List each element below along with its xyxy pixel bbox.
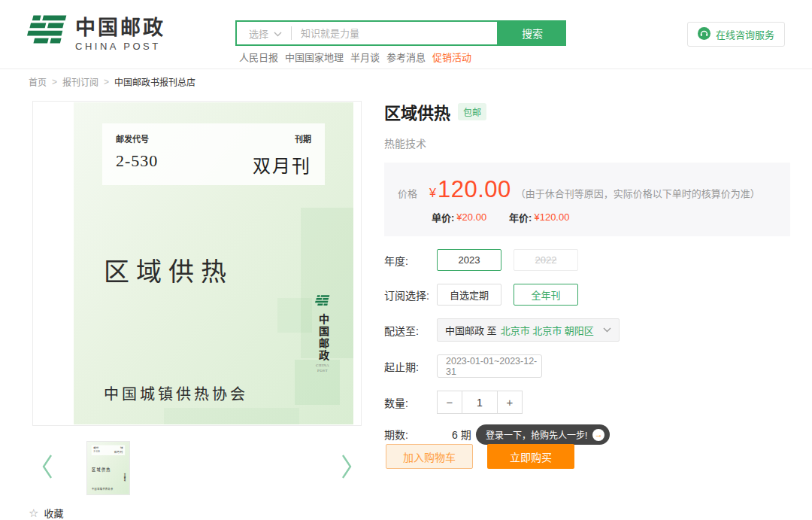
issue-value: 双月刊	[114, 450, 123, 455]
chevron-down-icon	[274, 28, 282, 39]
delivery-carrier: 中国邮政 至	[445, 323, 497, 337]
post-code-label: 邮发代号	[93, 447, 99, 449]
gallery-next-button[interactable]	[338, 452, 355, 482]
china-post-emblem-icon	[315, 295, 330, 309]
login-tooltip[interactable]: 登录一下，抢购先人一步! →	[476, 424, 610, 445]
free-shipping-badge: 包邮	[458, 103, 486, 120]
price-box: 价格 ¥ 120.00 （由于休合刊等原因，实际价格以下单时的核算价为准） 单价…	[384, 163, 790, 236]
chevron-left-icon	[41, 454, 53, 479]
issue-value: 双月刊	[253, 151, 311, 178]
china-post-logo[interactable]: 中国邮政 CHINA POST	[27, 15, 165, 54]
cover-logo-subtext: CHINA POST	[311, 363, 334, 373]
search-input[interactable]	[292, 28, 497, 39]
logo-title: 中国邮政	[75, 17, 165, 38]
year-price-label: 年价:	[509, 210, 532, 224]
cover-title: 区域供热	[92, 466, 111, 472]
cover-publisher: 中国城镇供热协会	[92, 488, 114, 491]
arrow-right-icon: →	[592, 429, 604, 441]
year-price-value: ¥120.00	[534, 211, 569, 223]
cover-publisher: 中国城镇供热协会	[104, 382, 248, 404]
hot-link-cankaoxiaoxi[interactable]: 参考消息	[386, 50, 426, 64]
breadcrumb-current-store: 中国邮政书报刊总店	[114, 75, 195, 88]
quantity-stepper: − 1 +	[437, 391, 523, 414]
product-category: 热能技术	[384, 135, 790, 151]
page-header: 中国邮政 CHINA POST 选择 搜索 人民日报 中国国家地理 半月谈 参考…	[0, 0, 812, 69]
cover-pattern	[277, 298, 312, 333]
logo-subtitle: CHINA POST	[75, 41, 165, 52]
customer-service-icon	[698, 27, 710, 42]
product-image-panel: 邮发代号 2-530 刊期 双月刊 区域供热 中国邮政 CHINA POST 中…	[32, 101, 362, 426]
period-range-input[interactable]: 2023-01-01~2023-12-31	[437, 354, 542, 378]
search-button[interactable]: 搜索	[498, 20, 566, 46]
chevron-down-icon	[603, 327, 611, 333]
add-to-cart-button[interactable]: 加入购物车	[386, 444, 473, 469]
delivery-select[interactable]: 中国邮政 至 北京市 北京市 朝阳区	[437, 318, 620, 342]
china-post-emblem-icon	[27, 15, 68, 54]
price-label: 价格	[398, 186, 417, 200]
search-select-label: 选择	[249, 26, 268, 41]
hot-link-renminribao[interactable]: 人民日报	[239, 50, 278, 64]
issue-label: 刊期	[114, 447, 123, 449]
breadcrumb-subscription[interactable]: 报刊订阅	[62, 75, 98, 88]
cover-title: 区域供热	[104, 251, 233, 288]
cover-thumbnail[interactable]: 邮发代号 2-530 刊期 双月刊 区域供热 中国邮政 中国城镇供热协会	[87, 442, 129, 494]
period-label: 起止期:	[384, 359, 437, 374]
cover-logo-text: 中国邮政	[124, 473, 126, 481]
online-service-label: 在线咨询服务	[716, 27, 774, 41]
cover-pattern	[164, 408, 299, 424]
breadcrumb-separator: >	[104, 77, 109, 87]
product-title: 区域供热	[384, 99, 450, 123]
buy-now-button[interactable]: 立即购买	[487, 444, 574, 469]
breadcrumb-home[interactable]: 首页	[29, 75, 47, 88]
cover-post-logo: 中国邮政 CHINA POST	[311, 295, 334, 373]
breadcrumb-separator: >	[52, 77, 57, 87]
subscribe-option-custom[interactable]: 自选定期	[437, 284, 501, 306]
search-category-select[interactable]: 选择	[237, 26, 291, 41]
quantity-minus-button[interactable]: −	[437, 391, 462, 414]
gallery-prev-button[interactable]	[39, 452, 56, 482]
issue-label: 刊期	[253, 132, 311, 144]
hot-link-banyuetan[interactable]: 半月谈	[350, 50, 380, 64]
post-code-label: 邮发代号	[116, 132, 158, 144]
year-option-2023[interactable]: 2023	[437, 249, 501, 271]
favorite-label: 收藏	[44, 506, 63, 520]
post-code-value: 2-530	[116, 151, 158, 171]
year-option-2022[interactable]: 2022	[514, 249, 578, 271]
delivery-address: 北京市 北京市 朝阳区	[501, 323, 594, 337]
favorite-button[interactable]: ☆ 收藏	[29, 506, 63, 520]
search-bar: 选择 搜索	[235, 20, 566, 46]
cover-logo-text: 中国邮政	[317, 314, 328, 362]
quantity-label: 数量:	[384, 395, 437, 410]
price-note: （由于休合刊等原因，实际价格以下单时的核算价为准）	[516, 186, 760, 200]
issues-label: 期数:	[384, 427, 437, 442]
issues-value: 6 期	[452, 427, 471, 442]
magazine-cover: 邮发代号 2-530 刊期 双月刊 区域供热 中国邮政 CHINA POST 中…	[74, 102, 353, 424]
currency-symbol: ¥	[429, 187, 436, 200]
delivery-label: 配送至:	[384, 323, 437, 338]
search-box: 选择	[235, 20, 498, 46]
price-amount: 120.00	[438, 176, 511, 203]
star-icon: ☆	[29, 507, 38, 518]
product-detail-panel: 区域供热 包邮 热能技术 价格 ¥ 120.00 （由于休合刊等原因，实际价格以…	[384, 99, 790, 491]
year-label: 年度:	[384, 253, 437, 268]
subscribe-label: 订阅选择:	[384, 287, 437, 303]
unit-price-value: ¥20.00	[456, 211, 486, 223]
hot-links: 人民日报 中国国家地理 半月谈 参考消息 促销活动	[239, 50, 471, 64]
quantity-plus-button[interactable]: +	[497, 391, 523, 414]
quantity-value[interactable]: 1	[462, 391, 497, 414]
cover-info-strip: 邮发代号 2-530 刊期 双月刊	[102, 123, 325, 185]
breadcrumb: 首页 > 报刊订阅 > 中国邮政书报刊总店	[29, 75, 195, 88]
subscribe-option-full-year[interactable]: 全年刊	[514, 284, 578, 306]
unit-price-label: 单价:	[432, 210, 454, 224]
chevron-right-icon	[341, 454, 353, 479]
promo-link[interactable]: 促销活动	[432, 50, 471, 64]
post-code-value: 2-530	[93, 450, 99, 453]
magazine-cover-mini: 邮发代号 2-530 刊期 双月刊 区域供热 中国邮政 中国城镇供热协会	[87, 442, 129, 494]
hot-link-national-geography[interactable]: 中国国家地理	[285, 50, 344, 64]
login-tooltip-text: 登录一下，抢购先人一步!	[486, 428, 587, 441]
online-service-button[interactable]: 在线咨询服务	[687, 22, 785, 47]
